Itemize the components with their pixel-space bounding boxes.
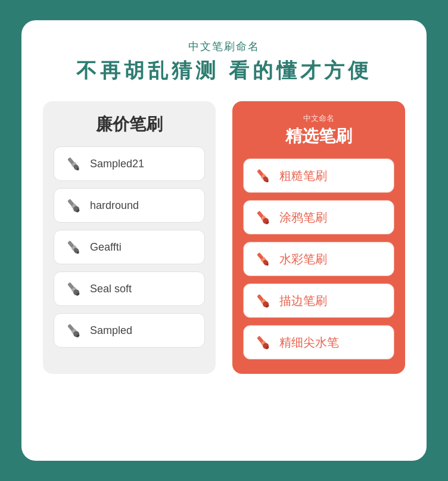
brush-name: Sampled21 [90, 158, 144, 170]
brush-icon [252, 248, 273, 270]
right-column-title: 精选笔刷 [243, 125, 394, 148]
brush-name: Seal soft [90, 283, 132, 295]
list-item: 描边笔刷 [243, 283, 394, 318]
right-column: 中文命名 精选笔刷 粗糙笔刷 [232, 101, 405, 374]
columns-container: 廉价笔刷 Sampled21 [43, 101, 405, 374]
brush-icon [63, 320, 84, 341]
brush-icon [63, 153, 84, 174]
brush-icon [63, 236, 84, 258]
brush-name: Geaffti [90, 241, 122, 254]
brush-name: 粗糙笔刷 [279, 168, 327, 184]
list-item: hardround [54, 188, 205, 223]
main-card: 中文笔刷命名 不再胡乱猜测 看的懂才方便 廉价笔刷 [21, 20, 427, 461]
list-item: 粗糙笔刷 [243, 158, 394, 193]
list-item: Sampled [54, 313, 205, 348]
left-column-header: 廉价笔刷 [54, 113, 205, 136]
brush-icon [252, 290, 273, 311]
list-item: Geaffti [54, 230, 205, 264]
brush-icon [63, 195, 84, 216]
subtitle: 中文笔刷命名 [188, 39, 260, 54]
brush-name: 水彩笔刷 [279, 251, 327, 267]
left-column-title: 廉价笔刷 [54, 113, 205, 136]
right-column-label: 中文命名 [243, 113, 394, 124]
main-title: 不再胡乱猜测 看的懂才方便 [76, 57, 371, 85]
brush-name: 描边笔刷 [279, 293, 327, 309]
brush-icon [252, 332, 273, 353]
right-column-header: 中文命名 精选笔刷 [243, 113, 394, 148]
left-column: 廉价笔刷 Sampled21 [43, 101, 216, 374]
brush-icon [252, 207, 273, 228]
list-item: 水彩笔刷 [243, 242, 394, 276]
brush-name: Sampled [90, 324, 132, 337]
list-item: Seal soft [54, 271, 205, 306]
list-item: Sampled21 [54, 146, 205, 181]
brush-name: 精细尖水笔 [279, 335, 339, 351]
brush-name: 涂鸦笔刷 [279, 210, 327, 226]
list-item: 涂鸦笔刷 [243, 200, 394, 235]
brush-icon [252, 165, 273, 186]
list-item: 精细尖水笔 [243, 325, 394, 360]
brush-name: hardround [90, 199, 139, 212]
brush-icon [63, 278, 84, 299]
